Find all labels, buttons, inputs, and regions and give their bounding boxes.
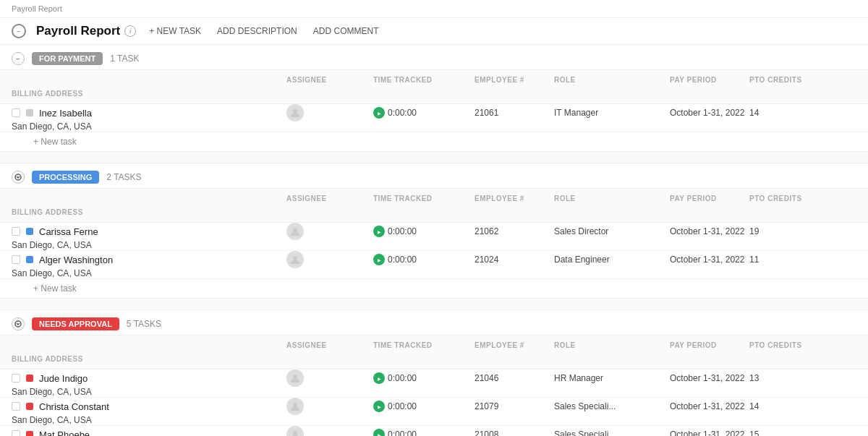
table-row[interactable]: Alger Washington0:00:0021024Data Enginee…	[0, 251, 868, 279]
task-name-label: Christa Constant	[39, 401, 109, 412]
add-description-button[interactable]: ADD DESCRIPTION	[214, 25, 300, 38]
employee-number: 21024	[475, 255, 554, 265]
task-checkbox[interactable]	[12, 430, 20, 436]
col-header-assignee: ASSIGNEE	[286, 192, 373, 205]
section-collapse-needs-approval[interactable]	[12, 317, 25, 330]
table-row[interactable]: Carissa Ferne0:00:0021062Sales DirectorO…	[0, 223, 868, 251]
col-header-employee-#: EMPLOYEE #	[475, 73, 554, 87]
col-headers-needs-approval: ASSIGNEETIME TRACKEDEMPLOYEE #ROLEPAY PE…	[0, 335, 868, 369]
col-header-task-name	[12, 73, 286, 87]
task-name-label: Alger Washington	[39, 255, 113, 265]
page-title: Payroll Report i	[36, 24, 136, 38]
play-icon	[373, 372, 385, 384]
section-processing: PROCESSING2 TASKSASSIGNEETIME TRACKEDEMP…	[0, 163, 868, 310]
employee-number: 21046	[475, 373, 554, 383]
col-header-pto-credits: PTO CREDITS	[749, 192, 868, 205]
table-row[interactable]: Christa Constant0:00:0021079Sales Specia…	[0, 398, 868, 426]
assignee-cell[interactable]	[286, 398, 373, 415]
pto-credits-value: 15	[749, 429, 868, 436]
billing-address-value: San Diego, CA, USA	[12, 415, 286, 425]
info-icon[interactable]: i	[124, 25, 136, 37]
avatar	[286, 223, 304, 240]
avatar	[286, 104, 304, 121]
assignee-cell[interactable]	[286, 369, 373, 387]
role-value: IT Manager	[554, 108, 670, 118]
employee-number: 21008	[475, 429, 554, 436]
play-icon	[373, 401, 385, 412]
pay-period-value: October 1-31, 2022	[670, 108, 749, 118]
play-icon	[373, 429, 385, 436]
pay-period-value: October 1-31, 2022	[670, 401, 749, 411]
section-badge-needs-approval[interactable]: NEEDS APPROVAL	[32, 317, 119, 330]
time-tracked-cell: 0:00:00	[373, 429, 475, 436]
billing-address-value: San Diego, CA, USA	[12, 121, 286, 132]
section-collapse-for-payment[interactable]: −	[12, 52, 25, 65]
assignee-cell[interactable]	[286, 223, 373, 240]
task-checkbox[interactable]	[12, 108, 20, 117]
section-collapse-processing[interactable]	[12, 171, 25, 184]
task-checkbox[interactable]	[12, 255, 20, 264]
time-value: 0:00:00	[388, 373, 417, 383]
task-checkbox[interactable]	[12, 227, 20, 236]
pto-credits-value: 13	[749, 373, 868, 383]
add-comment-button[interactable]: ADD COMMENT	[310, 25, 382, 38]
col-header-pto-credits: PTO CREDITS	[749, 338, 868, 352]
section-task-count-processing: 2 TASKS	[106, 172, 141, 182]
task-name-cell: Mat Phoebe	[12, 429, 286, 437]
pay-period-value: October 1-31, 2022	[670, 255, 749, 265]
pay-period-value: October 1-31, 2022	[670, 429, 749, 436]
section-badge-processing[interactable]: PROCESSING	[32, 171, 99, 184]
employee-number: 21061	[475, 108, 554, 118]
avatar	[286, 426, 304, 436]
time-value: 0:00:00	[388, 255, 417, 265]
table-row[interactable]: Inez Isabella0:00:0021061IT ManagerOctob…	[0, 104, 868, 132]
assignee-cell[interactable]	[286, 251, 373, 268]
task-checkbox[interactable]	[12, 402, 20, 411]
employee-number: 21079	[475, 401, 554, 411]
col-header-employee-#: EMPLOYEE #	[475, 192, 554, 205]
section-needs-approval: NEEDS APPROVAL5 TASKSASSIGNEETIME TRACKE…	[0, 310, 868, 436]
section-divider	[0, 152, 868, 163]
time-value: 0:00:00	[388, 401, 417, 411]
time-value: 0:00:00	[388, 429, 417, 436]
avatar	[286, 398, 304, 415]
collapse-icon[interactable]: −	[12, 24, 26, 38]
time-tracked-cell: 0:00:00	[373, 107, 475, 119]
time-value: 0:00:00	[388, 226, 417, 236]
priority-gray-icon	[26, 109, 33, 116]
task-name-label: Mat Phoebe	[39, 429, 90, 437]
avatar	[286, 369, 304, 387]
task-name-cell: Carissa Ferne	[12, 226, 286, 237]
assignee-cell[interactable]	[286, 426, 373, 436]
col-header-role: ROLE	[554, 192, 670, 205]
col-header-billing-address: BILLING ADDRESS	[12, 205, 286, 219]
time-tracked-cell: 0:00:00	[373, 226, 475, 237]
table-row[interactable]: Jude Indigo0:00:0021046HR ManagerOctober…	[0, 369, 868, 398]
new-task-button[interactable]: + New task	[0, 132, 868, 152]
new-task-button[interactable]: + NEW TASK	[146, 25, 204, 38]
billing-address-value: San Diego, CA, USA	[12, 387, 286, 397]
role-value: Sales Director	[554, 226, 670, 236]
table-row[interactable]: Mat Phoebe0:00:0021008Sales Speciali...O…	[0, 426, 868, 436]
task-name-cell: Alger Washington	[12, 255, 286, 265]
pto-credits-value: 14	[749, 401, 868, 411]
new-task-button[interactable]: + New task	[0, 279, 868, 299]
main-content: −FOR PAYMENT1 TASKASSIGNEETIME TRACKEDEM…	[0, 45, 868, 436]
role-value: HR Manager	[554, 373, 670, 383]
col-header-time-tracked: TIME TRACKED	[373, 338, 475, 352]
assignee-cell[interactable]	[286, 104, 373, 121]
pay-period-value: October 1-31, 2022	[670, 373, 749, 383]
task-checkbox[interactable]	[12, 374, 20, 382]
col-header-pay-period: PAY PERIOD	[670, 338, 749, 352]
col-header-time-tracked: TIME TRACKED	[373, 192, 475, 205]
pto-credits-value: 11	[749, 255, 868, 265]
billing-address-value: San Diego, CA, USA	[12, 268, 286, 278]
pto-credits-value: 14	[749, 108, 868, 118]
task-name-cell: Christa Constant	[12, 401, 286, 412]
time-tracked-cell: 0:00:00	[373, 254, 475, 265]
task-name-label: Inez Isabella	[39, 108, 92, 119]
section-badge-for-payment[interactable]: FOR PAYMENT	[32, 52, 103, 65]
col-header-time-tracked: TIME TRACKED	[373, 73, 475, 87]
priority-red-icon	[26, 431, 33, 436]
breadcrumb: Payroll Report	[0, 0, 868, 18]
